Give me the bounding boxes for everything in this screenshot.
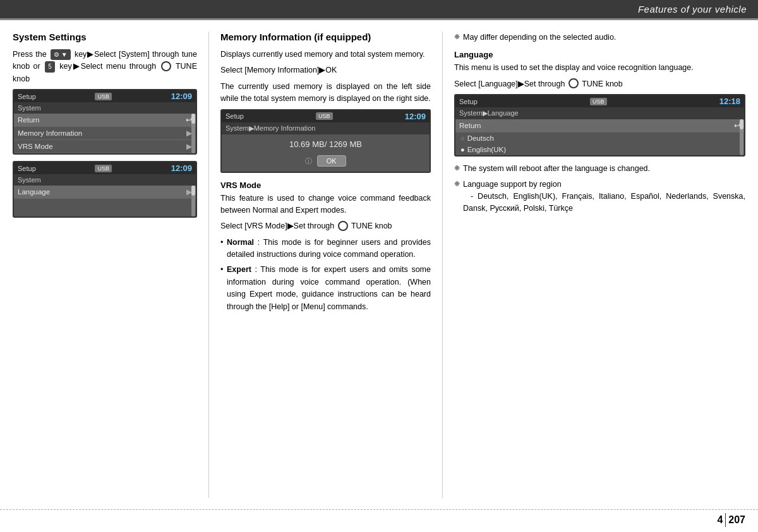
lang-scrollbar [740,119,743,155]
lang-body1: This menu is used to set the display and… [454,62,745,74]
vrs-body2: Select [VRS Mode]▶Set through TUNE knob [220,220,431,232]
page-num: 207 [728,514,745,526]
lang-screen-breadcrumb: System▶Language [455,107,744,119]
chapter-number: 4 [717,514,723,526]
memory-value: 10.69 MB/ 1269 MB [224,139,427,149]
scrollbar-thumb [191,114,195,124]
screen1-time: 12:09 [171,92,192,101]
bullet-expert-label: Expert [227,265,251,274]
page-header: Features of your vehicle [0,0,758,18]
bullet-expert: Expert : This mode is for expert users a… [220,264,431,313]
screen1-row-vrs: VRS Mode ▶ [14,140,196,153]
screen2-empty [14,199,196,216]
mem-screen-breadcrumb: System▶Memory Information [222,122,430,134]
system-settings-intro: Press the ⚙ ▼ key▶Select [System] throug… [13,49,197,85]
lang-scrollbar-thumb [740,119,743,129]
note-lang-support: Language support by region - Deutsch, En… [454,179,745,215]
screen1-title: Setup [18,93,36,100]
main-content: System Settings Press the ⚙ ▼ key▶Select… [0,20,758,498]
system-settings-title: System Settings [13,32,197,42]
tune-knob-icon [161,61,171,71]
vrs-tune-icon [338,221,348,231]
vrs-body1: This feature is used to change voice com… [220,192,431,217]
screen1-breadcrumb: System [14,102,196,114]
lang-screen-time: 12:18 [719,97,740,106]
ok-btn-row: ⓘ OK [224,153,427,167]
mem-screen-title: Setup [226,112,244,120]
memory-body3: The currently used memory is displayed o… [220,81,431,105]
memory-body2: Select [Memory Information]▶OK [220,64,431,76]
screen2-row-language: Language ▶ [14,186,196,199]
screen2-usb: USB [95,165,112,172]
screen1-header: Setup USB 12:09 [14,90,196,102]
bullet-normal-text: : This mode is for beginner users and pr… [227,238,431,259]
lang-list: - Deutsch, English(UK), Français, Italia… [463,192,745,213]
key-5-icon: 5 [45,61,55,73]
scrollbar2-thumb [191,186,195,196]
radio-filled-icon: ● [460,146,465,153]
screen-language: Setup USB 12:18 System▶Language Return ↩… [454,94,745,157]
vrs-title: VRS Mode [220,180,431,190]
screen-setup-1: Setup USB 12:09 System Return ↩ Memory I… [13,89,197,155]
screen-memory: Setup USB 12:09 System▶Memory Informatio… [220,109,431,173]
scrollbar [191,114,195,153]
mem-screen-header: Setup USB 12:09 [222,110,430,122]
radio-empty-icon: ○ [460,134,465,142]
screen1-usb: USB [95,93,112,100]
intro-text-3: key▶Select menu through [59,62,156,71]
info-icon: ⓘ [305,157,312,165]
screen2-time: 12:09 [171,163,192,173]
header-title: Features of your vehicle [638,4,747,15]
lang-tune-icon [568,78,579,88]
screen1-row-memory: Memory Information ▶ [14,127,196,140]
note-audio: May differ depending on the selected aud… [454,32,745,44]
lang-row-english: ● English(UK) [455,144,744,155]
mem-screen-time: 12:09 [405,112,426,121]
lang-row-deutsch: ○ Deutsch [455,133,744,144]
col-memory-vrs: Memory Information (if equipped) Display… [208,32,442,498]
gear-key-icon: ⚙ ▼ [51,49,71,61]
page-number: 4 207 [717,513,745,527]
screen2-header: Setup USB 12:09 [14,162,196,174]
memory-info-title: Memory Information (if equipped) [220,32,431,42]
intro-text-1: Press the [13,50,47,59]
screen2-breadcrumb: System [14,174,196,186]
mem-screen-usb: USB [316,112,333,120]
lang-screen-usb: USB [590,98,607,105]
note-reboot: The system will reboot after the languag… [454,163,745,175]
footer-line [0,509,758,510]
footer: 4 207 [0,509,758,532]
lang-screen-title: Setup [459,98,478,105]
bullet-normal: Normal : This mode is for beginner users… [220,237,431,261]
ok-button[interactable]: OK [317,155,346,167]
screen2-title: Setup [18,165,36,172]
screen-setup-2: Setup USB 12:09 System Language ▶ [13,161,197,218]
lang-row-return: Return ↩ [455,119,744,133]
mem-screen-memory: 10.69 MB/ 1269 MB ⓘ OK [222,134,430,172]
screen1-row-return: Return ↩ [14,114,196,127]
scrollbar2 [191,186,195,216]
language-title: Language [454,50,745,59]
bullet-normal-label: Normal [227,238,254,247]
col-system-settings: System Settings Press the ⚙ ▼ key▶Select… [13,32,208,498]
lang-screen-header: Setup USB 12:18 [455,95,744,107]
memory-body1: Displays currently used memory and total… [220,49,431,61]
col-language: May differ depending on the selected aud… [442,32,745,498]
lang-body2: Select [Language]▶Set through TUNE knob [454,78,745,90]
page-divider [725,513,726,527]
bullet-expert-text: : This mode is for expert users and omit… [227,265,431,310]
